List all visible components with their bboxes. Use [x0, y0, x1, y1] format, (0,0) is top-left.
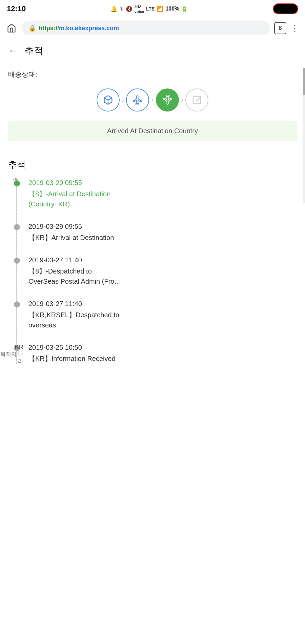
timeline-line — [16, 179, 17, 364]
shipping-status-label: 배송상태: — [8, 70, 297, 79]
timeline-date-5: 2019-03-25 10:50 — [28, 344, 297, 351]
timeline-desc-4: 【KR,KRSEL】Despatched tooverseas — [28, 310, 297, 330]
time-display: 12:10 — [7, 4, 26, 13]
section-divider — [0, 152, 305, 152]
url-text: https://m.ko.aliexpress.com — [39, 25, 119, 32]
timeline-dot-3 — [14, 258, 20, 264]
lte-label: LTE — [146, 6, 155, 12]
timeline-item-5: KR 목적지 나라 2019-03-25 10:50 【KR】Informati… — [28, 344, 297, 364]
progress-steps: › › › — [8, 88, 297, 112]
arrow-3: › — [181, 96, 183, 104]
timeline-desc-2: 【KR】Arrival at Destination — [28, 233, 297, 243]
back-button[interactable]: ← — [8, 45, 18, 56]
step-flight-depart — [126, 88, 149, 112]
step-delivered — [185, 88, 208, 112]
url-bar[interactable]: 🔒 https://m.ko.aliexpress.com — [22, 21, 270, 35]
timeline-date-1: 2019-03-29 09:55 — [28, 179, 297, 187]
tracking-section-title: 추적 — [8, 159, 297, 171]
timeline-item-1: 2019-03-29 09:55 【8】-Arrival at Destinat… — [28, 179, 297, 209]
status-icons: 🔔 ✳ 🔇 HDvoice LTE 📶 100% 🔋 — [110, 4, 188, 14]
arrow-1: › — [122, 96, 124, 104]
timeline-country-label: KR 목적지 나라 — [0, 344, 23, 365]
timeline-desc-1: 【8】-Arrival at Destination(Country: KR) — [28, 189, 297, 209]
timeline-dot-2 — [14, 224, 20, 230]
timeline-item-2: 2019-03-29 09:55 【KR】Arrival at Destinat… — [28, 223, 297, 243]
browser-bar: 🔒 https://m.ko.aliexpress.com 8 ⋮ — [0, 18, 305, 39]
step-package — [97, 88, 120, 112]
page-title: 추적 — [24, 44, 43, 57]
svg-rect-1 — [193, 96, 201, 104]
status-bar: 12:10 🔔 ✳ 🔇 HDvoice LTE 📶 100% 🔋 — [0, 0, 305, 18]
tab-count-badge[interactable]: 8 — [274, 22, 286, 34]
status-banner-text: Arrived At Destination Country — [107, 127, 198, 135]
status-right — [273, 3, 298, 14]
signal-icon: 📶 — [157, 6, 163, 12]
timeline: ✈ 2019-03-29 09:55 【8】-Arrival at Destin… — [8, 179, 297, 364]
timeline-dot-4 — [14, 301, 20, 307]
timeline-desc-3: 【8】-Despatched toOverSeas Postal Admin (… — [28, 266, 297, 286]
timeline-date-3: 2019-03-27 11:40 — [28, 256, 297, 264]
timeline-desc-5: 【KR】Information Received — [28, 354, 297, 364]
step-flight-arrive — [156, 88, 179, 112]
arrow-2: › — [151, 96, 154, 104]
hd-label: HDvoice — [135, 4, 144, 14]
status-banner: Arrived At Destination Country — [8, 121, 297, 141]
alarm-icon: 🔔 — [110, 6, 117, 12]
mute-icon: 🔇 — [126, 6, 133, 12]
battery-icon: 🔋 — [181, 6, 188, 12]
scrollbar-thumb[interactable] — [303, 68, 305, 95]
timeline-date-4: 2019-03-27 11:40 — [28, 300, 297, 308]
page-header: ← 추적 — [0, 39, 305, 63]
timeline-item-4: 2019-03-27 11:40 【KR,KRSEL】Despatched to… — [28, 300, 297, 330]
main-content: 배송상태: › › › — [0, 63, 305, 384]
timeline-item-3: 2019-03-27 11:40 【8】-Despatched toOverSe… — [28, 256, 297, 286]
lock-icon: 🔒 — [28, 24, 36, 32]
black-pill — [273, 3, 298, 14]
bluetooth-icon: ✳ — [119, 6, 124, 12]
timeline-date-2: 2019-03-29 09:55 — [28, 223, 297, 230]
home-button[interactable] — [5, 22, 18, 34]
menu-button[interactable]: ⋮ — [290, 23, 300, 34]
timeline-dot-1 — [14, 180, 20, 186]
battery-percent: 100% — [165, 6, 179, 12]
scrollbar-track[interactable] — [303, 68, 305, 203]
